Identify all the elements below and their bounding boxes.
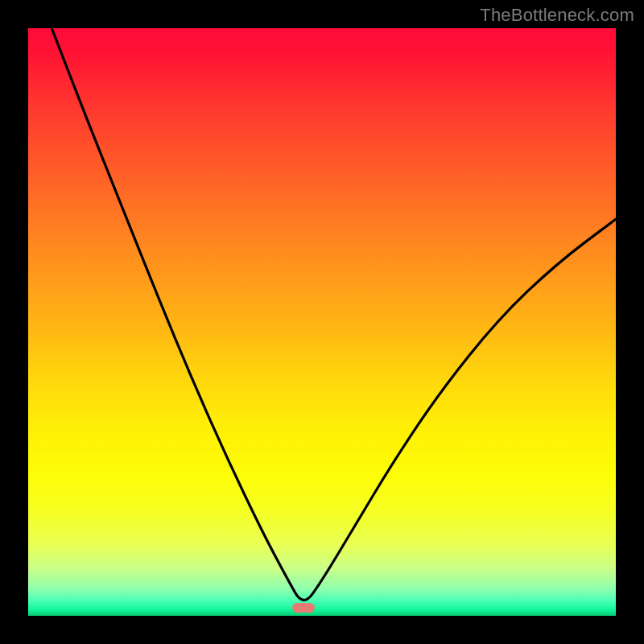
bottleneck-curve xyxy=(28,28,616,616)
chart-frame: TheBottleneck.com xyxy=(0,0,644,644)
plot-area xyxy=(28,28,616,616)
attribution-text: TheBottleneck.com xyxy=(480,5,634,26)
optimal-point-marker xyxy=(292,603,315,613)
